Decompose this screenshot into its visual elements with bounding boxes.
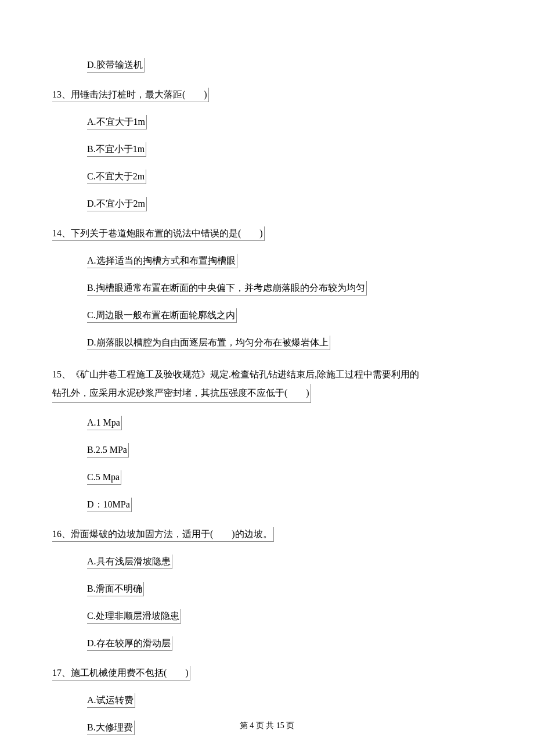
option-text: A.1 Mpa xyxy=(87,416,122,430)
q15-option-a: A.1 Mpa xyxy=(52,416,482,430)
option-text: A.选择适当的掏槽方式和布置掏槽眼 xyxy=(87,254,237,268)
question-text: 16、滑面爆破的边坡加固方法，适用于( )的边坡。 xyxy=(52,527,274,542)
q13-option-b: B.不宜小于1m xyxy=(52,142,482,157)
q16-option-d: D.存在较厚的滑动层 xyxy=(52,636,482,651)
option-text: B.2.5 MPa xyxy=(87,443,129,458)
q14-option-c: C.周边眼一般布置在断面轮廓线之内 xyxy=(52,308,482,323)
question-17: 17、施工机械使用费不包括( ) xyxy=(52,666,482,681)
option-text: A.具有浅层滑坡隐患 xyxy=(87,555,172,569)
question-14: 14、下列关于巷道炮眼布置的说法中错误的是( ) xyxy=(52,226,482,241)
option-text: B.不宜小于1m xyxy=(87,142,146,157)
option-text: C.周边眼一般布置在断面轮廓线之内 xyxy=(87,308,237,323)
page-number: 第 4 页 共 15 页 xyxy=(240,721,295,730)
question-13: 13、用锤击法打桩时，最大落距( ) xyxy=(52,88,482,102)
question-text: 17、施工机械使用费不包括( ) xyxy=(52,666,190,681)
option-text: B.滑面不明确 xyxy=(87,582,144,596)
question-text-line2: 钻孔外，应采用水泥砂浆严密封堵，其抗压强度不应低于( ) xyxy=(52,384,311,403)
q16-option-a: A.具有浅层滑坡隐患 xyxy=(52,555,482,569)
page-footer: 第 4 页 共 15 页 xyxy=(0,719,534,732)
question-16: 16、滑面爆破的边坡加固方法，适用于( )的边坡。 xyxy=(52,527,482,542)
question-text: 13、用锤击法打桩时，最大落距( ) xyxy=(52,88,209,102)
option-text: C.处理非顺层滑坡隐患 xyxy=(87,609,181,624)
q16-option-c: C.处理非顺层滑坡隐患 xyxy=(52,609,482,624)
option-text: D.胶带输送机 xyxy=(87,58,145,73)
option-text: C.不宜大于2m xyxy=(87,170,146,184)
q13-option-a: A.不宜大于1m xyxy=(52,115,482,129)
option-text: D.不宜小于2m xyxy=(87,197,147,211)
q17-option-a: A.试运转费 xyxy=(52,693,482,708)
option-text: B.掏槽眼通常布置在断面的中央偏下，并考虑崩落眼的分布较为均匀 xyxy=(87,281,367,296)
q14-option-b: B.掏槽眼通常布置在断面的中央偏下，并考虑崩落眼的分布较为均匀 xyxy=(52,281,482,296)
question-text-line1: 15、《矿山井巷工程施工及验收规范》规定.检查钻孔钻进结束后,除施工过程中需要利… xyxy=(52,369,419,379)
q15-option-b: B.2.5 MPa xyxy=(52,443,482,458)
previous-option-d: D.胶带输送机 xyxy=(52,58,482,73)
option-text: D：10MPa xyxy=(87,498,132,512)
q14-option-d: D.崩落眼以槽腔为自由面逐层布置，均匀分布在被爆岩体上 xyxy=(52,336,482,350)
q14-option-a: A.选择适当的掏槽方式和布置掏槽眼 xyxy=(52,254,482,268)
question-text: 14、下列关于巷道炮眼布置的说法中错误的是( ) xyxy=(52,226,265,241)
q15-option-c: C.5 Mpa xyxy=(52,470,482,485)
q13-option-d: D.不宜小于2m xyxy=(52,197,482,211)
q15-option-d: D：10MPa xyxy=(52,498,482,512)
q16-option-b: B.滑面不明确 xyxy=(52,582,482,596)
option-text: C.5 Mpa xyxy=(87,470,121,485)
option-text: A.不宜大于1m xyxy=(87,115,147,129)
q13-option-c: C.不宜大于2m xyxy=(52,170,482,184)
option-text: D.存在较厚的滑动层 xyxy=(87,636,172,651)
question-15: 15、《矿山井巷工程施工及验收规范》规定.检查钻孔钻进结束后,除施工过程中需要利… xyxy=(52,365,482,403)
option-text: A.试运转费 xyxy=(87,693,135,708)
option-text: D.崩落眼以槽腔为自由面逐层布置，均匀分布在被爆岩体上 xyxy=(87,336,330,350)
